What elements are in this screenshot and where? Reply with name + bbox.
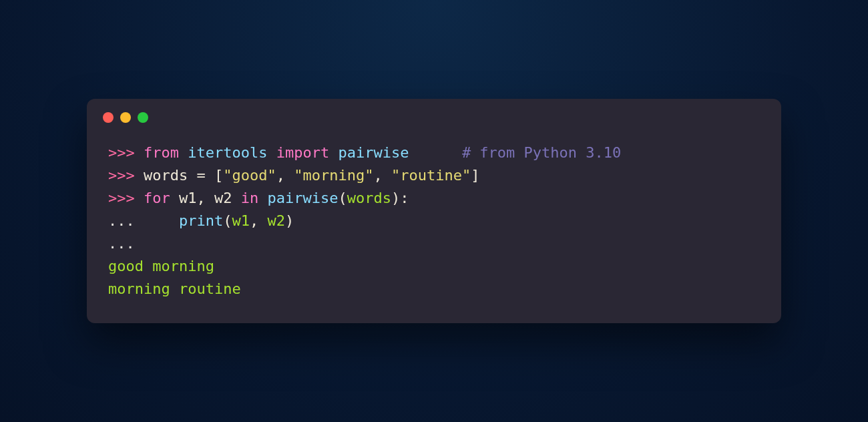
code-token: >>> [108,167,144,184]
code-token [409,144,461,161]
code-token [329,144,338,161]
code-token [144,212,179,229]
code-token: ( [223,212,232,229]
code-token: words [144,167,196,184]
code-token: in [241,190,259,206]
code-token: "morning" [294,167,373,184]
code-token: good morning [108,258,214,274]
code-token: >>> [108,190,144,206]
code-token: = [196,167,205,184]
code-token: ] [471,167,479,184]
code-line: ... print(w1, w2) [108,210,760,232]
code-token: ) [285,212,294,229]
code-token: w2 [267,212,285,229]
code-line: good morning [108,255,760,278]
code-token: ... [108,235,144,252]
terminal-window: >>> from itertools import pairwise # fro… [87,99,781,324]
code-block: >>> from itertools import pairwise # fro… [87,123,781,324]
code-token: for [144,190,170,206]
titlebar [87,99,781,123]
code-token: import [276,144,329,161]
code-token: , [373,167,391,184]
code-token: w1, w2 [170,190,241,206]
maximize-icon[interactable] [138,112,148,123]
code-token: ): [391,190,409,206]
code-token: , [250,212,268,229]
code-token: "routine" [391,167,471,184]
code-token: words [347,190,391,206]
code-token: itertools [188,144,267,161]
code-token: w1 [232,212,250,229]
code-token: [ [206,167,224,184]
code-token: print [179,212,223,229]
code-token: morning routine [108,280,241,297]
code-token: pairwise [338,144,409,161]
code-line: morning routine [108,278,760,300]
code-line: >>> words = ["good", "morning", "routine… [108,164,760,187]
code-token: pairwise [267,190,338,206]
code-token: ( [338,190,347,206]
minimize-icon[interactable] [120,112,131,123]
code-token [258,190,267,206]
code-token: # from Python 3.10 [462,144,621,161]
code-token [179,144,188,161]
code-token: from [144,144,179,161]
code-token [267,144,276,161]
code-token: ... [108,212,144,229]
code-line: ... [108,232,760,255]
code-token: , [276,167,294,184]
code-line: >>> for w1, w2 in pairwise(words): [108,187,760,210]
close-icon[interactable] [103,112,114,123]
code-token: "good" [223,167,276,184]
code-token: >>> [108,144,144,161]
code-line: >>> from itertools import pairwise # fro… [108,142,760,164]
